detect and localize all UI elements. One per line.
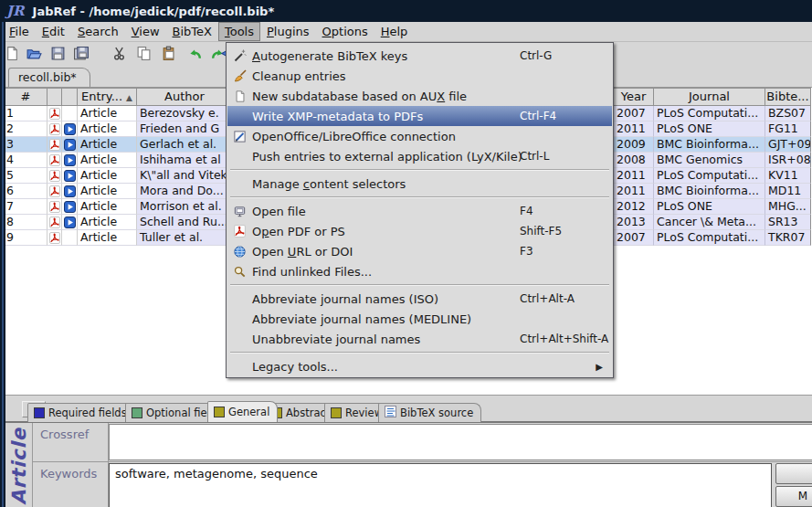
globe-icon [227,245,252,259]
sort-ascending-icon: ▲ [126,93,132,102]
optional-fields-icon [132,407,142,418]
editor-grid-line [32,423,33,507]
editor-grid-line [33,461,812,462]
menu-separator [230,284,609,286]
menuitem-unabbreviate[interactable]: Unabbreviate journal names Ctrl+Alt+Shif… [227,329,612,349]
menuitem-write-xmp-metadata[interactable]: Write XMP-metadata to PDFs Ctrl-F4 [227,106,612,126]
menu-bibtex[interactable]: BibTeX [166,22,218,41]
menuitem-autogenerate-bibtex-keys[interactable]: Autogenerate BibTeX keys Ctrl-G [227,46,612,66]
header-year[interactable]: Year [614,88,654,106]
cut-button[interactable] [110,44,128,62]
pdf-icon[interactable] [47,199,62,215]
window-left-border [0,22,5,507]
menu-plugins[interactable]: Plugins [260,22,316,41]
menuitem-abbreviate-iso[interactable]: Abbreviate journal names (ISO) Ctrl+Alt-… [227,289,612,309]
header-bibtexkey[interactable]: Bibte... [765,88,811,106]
keywords-label: Keywords [40,467,97,481]
copy-button[interactable] [134,44,153,62]
window-title: JabRef - /home/jedick/pdf/recoll.bib* [33,5,275,18]
menu-search[interactable]: Search [71,22,125,41]
save-as-icon [73,46,90,61]
save-icon [50,46,66,61]
menu-separator [230,352,609,354]
menu-options[interactable]: Options [316,22,374,41]
save-all-button[interactable] [72,44,90,62]
header-number[interactable]: # [4,88,47,106]
open-database-button[interactable] [25,44,43,62]
openoffice-icon [227,130,252,143]
paste-button[interactable] [159,44,177,62]
pdf-icon[interactable] [47,121,62,137]
magnifier-icon [227,265,252,279]
broom-icon [227,69,252,83]
pdf-icon[interactable] [47,106,62,121]
menuitem-abbreviate-medline[interactable]: Abbreviate journal names (MEDLINE) [227,309,612,329]
url-icon[interactable] [62,215,78,230]
tools-menu-popup: Autogenerate BibTeX keys Ctrl-G Cleanup … [226,42,614,378]
pdf-icon[interactable] [47,168,62,184]
jabref-logo-icon: JR [6,3,25,19]
menuitem-cleanup-entries[interactable]: Cleanup entries [227,66,612,86]
undo-button[interactable] [185,44,204,62]
menuitem-find-unlinked-files[interactable]: Find unlinked Files... [227,261,612,281]
url-icon[interactable] [62,184,78,199]
url-icon[interactable] [62,121,78,137]
general-tab-icon [214,407,225,417]
menu-view[interactable]: View [125,22,166,41]
menu-file[interactable]: File [3,22,36,41]
menuitem-open-pdf-or-ps[interactable]: Open PDF or PS Shift-F5 [227,221,612,241]
pdf-icon[interactable] [47,153,62,168]
new-file-icon [5,46,20,61]
review-tab-icon [331,407,342,418]
open-folder-icon [26,46,42,61]
keywords-field[interactable]: software, metagenome, sequence [109,463,772,507]
url-icon[interactable] [62,168,78,184]
keywords-side-button-1[interactable] [775,463,812,484]
menuitem-manage-content-selectors[interactable]: Manage content selectors [227,174,612,194]
menuitem-open-file[interactable]: Open file F4 [227,201,612,221]
menu-separator [230,169,609,171]
new-file-button[interactable] [3,44,21,62]
menuitem-open-url-or-doi[interactable]: Open URL or DOI F3 [227,241,612,261]
open-file-icon [227,205,252,218]
pdf-icon[interactable] [47,137,62,153]
undo-icon [187,46,203,61]
paste-icon [161,46,176,61]
new-file-icon [227,90,252,103]
required-fields-icon [34,407,45,418]
entry-type-label: Article [7,425,31,507]
database-tab-recoll[interactable]: recoll.bib* [8,68,90,87]
copy-icon [136,46,152,61]
wand-icon [227,48,252,63]
tab-required-fields[interactable]: Required fields [27,403,135,422]
title-bar: JR JabRef - /home/jedick/pdf/recoll.bib* [0,0,812,22]
header-journal[interactable]: Journal [654,88,765,106]
keywords-side-button-2[interactable]: M [775,486,812,507]
menu-separator [230,196,609,198]
tab-bibtex-source[interactable]: BibTeX source [378,403,481,422]
header-author[interactable]: Author [137,88,233,106]
pdf-icon[interactable] [47,215,62,230]
menuitem-new-subdatabase-aux[interactable]: New subdatabase based on AUX file [227,86,612,106]
menu-tools[interactable]: Tools [218,22,260,41]
crossref-field[interactable] [109,424,812,460]
tab-general[interactable]: General [207,401,278,422]
crossref-label: Crossref [40,428,89,441]
header-pdf[interactable] [47,88,62,106]
header-url[interactable] [62,88,78,106]
pdf-icon[interactable] [47,184,62,199]
menu-edit[interactable]: Edit [36,22,71,41]
menuitem-openoffice-connection[interactable]: OpenOffice/LibreOffice connection [227,126,612,146]
menuitem-legacy-tools[interactable]: Legacy tools... ▶ [227,356,612,376]
save-database-button[interactable] [48,44,67,62]
menu-help[interactable]: Help [374,22,415,41]
bibtex-source-icon [385,406,396,420]
url-icon[interactable] [62,153,78,168]
url-icon[interactable] [62,199,78,215]
menuitem-push-entries-external[interactable]: Push entries to external application (Ly… [227,146,612,166]
url-icon[interactable] [62,137,78,153]
menu-bar: File Edit Search View BibTeX Tools Plugi… [0,22,812,42]
pdf-icon[interactable] [47,230,62,246]
header-entrytype[interactable]: Entry...▲ [78,88,137,106]
entry-editor-panel: × Required fields Optional fields Genera… [0,399,812,507]
